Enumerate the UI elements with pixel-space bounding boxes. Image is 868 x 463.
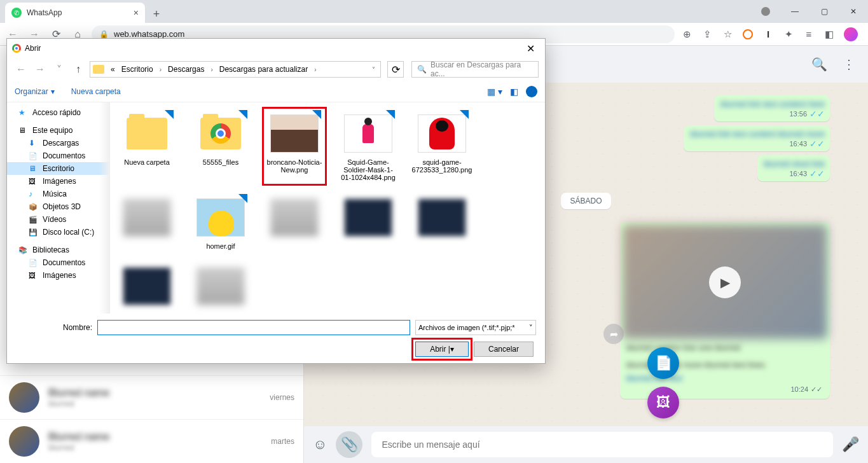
file-item-image[interactable]: broncano-Noticia-New.png: [264, 109, 325, 184]
share-icon[interactable]: ⇪: [701, 29, 713, 40]
file-name: Nueva carpeta: [124, 158, 170, 166]
image-thumbnail: [270, 198, 319, 237]
document-icon: [29, 151, 39, 160]
message-input[interactable]: [371, 432, 833, 457]
play-icon[interactable]: ▶: [709, 266, 741, 298]
tree-lib-images[interactable]: Imágenes: [7, 269, 109, 282]
attach-icon[interactable]: 📎: [336, 431, 362, 458]
file-item-image[interactable]: [190, 261, 251, 314]
cancel-button[interactable]: Cancelar: [474, 342, 534, 357]
tree-this-pc[interactable]: Este equipo: [7, 124, 109, 137]
new-tab-button[interactable]: +: [148, 5, 165, 23]
browser-tab-strip: ✆ WhatsApp × + — ▢ ✕: [0, 0, 868, 23]
file-item-image[interactable]: [338, 193, 399, 252]
tab-close-icon[interactable]: ×: [134, 8, 139, 18]
view-mode-button[interactable]: ▦ ▾: [487, 86, 502, 97]
attach-menu: 📄 🖼: [647, 347, 679, 418]
refresh-button[interactable]: ⟳: [387, 61, 404, 78]
nav-back-button[interactable]: ←: [13, 62, 29, 77]
nav-up-button[interactable]: ↑: [71, 62, 86, 77]
message-time: 16:43: [789, 140, 807, 148]
file-item-image[interactable]: [116, 193, 177, 252]
file-item-folder[interactable]: Nueva carpeta: [116, 109, 177, 184]
forward-icon[interactable]: ➦: [603, 324, 624, 344]
extension-icons: ⊕ ⇪ ☆ I ✦ ≡ ◧: [681, 27, 863, 41]
file-item-folder[interactable]: 55555_files: [190, 109, 251, 184]
tree-music[interactable]: ♪Música: [7, 188, 109, 200]
attach-photo-button[interactable]: 🖼: [647, 387, 679, 418]
breadcrumb-segment[interactable]: Descargas: [165, 65, 207, 74]
filename-input[interactable]: [97, 320, 410, 335]
reading-list-icon[interactable]: ≡: [803, 29, 815, 40]
side-panel-icon[interactable]: ◧: [823, 29, 835, 40]
browser-tab-whatsapp[interactable]: ✆ WhatsApp ×: [5, 3, 145, 23]
dialog-close-button[interactable]: ✕: [521, 43, 540, 55]
folder-icon: [93, 65, 104, 74]
emoji-icon[interactable]: ☺: [313, 436, 327, 453]
help-icon[interactable]: ?: [526, 86, 537, 97]
music-icon: ♪: [29, 190, 39, 198]
file-item-image[interactable]: squid-game-6723533_1280.png: [411, 109, 472, 184]
file-item-image[interactable]: homer.gif: [190, 193, 251, 252]
breadcrumb-segment[interactable]: Descargas para actualizar: [217, 65, 310, 74]
ext-i-icon[interactable]: I: [762, 29, 774, 40]
image-thumbnail: [123, 198, 171, 237]
tree-videos[interactable]: Vídeos: [7, 213, 109, 226]
folder-icon: [127, 118, 167, 149]
window-maximize-button[interactable]: ▢: [809, 0, 839, 23]
tree-libraries[interactable]: Bibliotecas: [7, 244, 109, 256]
message-out[interactable]: blurred link text content blurred more 1…: [684, 125, 830, 151]
zoom-icon[interactable]: ⊕: [681, 29, 692, 40]
pc-icon: [18, 126, 29, 135]
tree-downloads[interactable]: ⬇Descargas: [7, 137, 109, 149]
video-icon: [29, 215, 39, 224]
organize-menu[interactable]: Organizar ▾: [15, 87, 55, 96]
menu-icon[interactable]: ⋮: [843, 57, 855, 72]
tree-quick-access[interactable]: ★Acceso rápido: [7, 106, 109, 119]
bookmark-icon[interactable]: ☆: [722, 29, 733, 40]
lock-icon: 🔒: [99, 30, 109, 39]
file-item-image[interactable]: [411, 193, 472, 252]
preview-pane-button[interactable]: ◧: [510, 86, 518, 97]
tree-desktop[interactable]: 🖥Escritorio: [7, 162, 109, 175]
chat-time: viernes: [270, 393, 294, 402]
desktop-icon: 🖥: [29, 164, 39, 173]
extensions-icon[interactable]: ✦: [783, 29, 794, 40]
nav-recent-button[interactable]: ˅: [52, 62, 67, 77]
mic-icon[interactable]: 🎤: [842, 436, 859, 453]
file-item-image[interactable]: Squid-Game-Soldier-Mask-1-01-1024x484.pn…: [338, 109, 399, 184]
file-item-image[interactable]: [116, 261, 177, 314]
message-out[interactable]: blurred link text content here 13:56✓✓: [714, 95, 830, 121]
new-folder-button[interactable]: Nueva carpeta: [71, 87, 121, 96]
tree-documents[interactable]: Documentos: [7, 149, 109, 162]
tree-images[interactable]: Imágenes: [7, 175, 109, 188]
file-name: Squid-Game-Soldier-Mask-1-01-1024x484.pn…: [340, 158, 396, 181]
message-out[interactable]: blurred short link 16:43✓✓: [757, 155, 830, 181]
filetype-dropdown[interactable]: Archivos de imagen (*.tif;*.pjp;* ˅: [415, 320, 536, 335]
chat-list-item[interactable]: Blurred name blurred viernes: [0, 375, 303, 419]
message-time: 16:43: [789, 170, 807, 177]
tree-lib-documents[interactable]: Documentos: [7, 256, 109, 269]
window-minimize-button[interactable]: —: [780, 0, 809, 23]
window-close-button[interactable]: ✕: [839, 0, 868, 23]
file-grid: Nueva carpeta 55555_files broncano-Notic…: [110, 102, 545, 314]
attach-document-button[interactable]: 📄: [647, 347, 679, 379]
breadcrumb-segment[interactable]: Escritorio: [119, 65, 156, 74]
profile-avatar[interactable]: [844, 27, 858, 41]
chevron-down-icon: ˅: [529, 324, 533, 332]
chat-avatar: [9, 382, 39, 413]
tree-3d-objects[interactable]: Objetos 3D: [7, 200, 109, 213]
tree-local-disk[interactable]: Disco local (C:): [7, 226, 109, 238]
image-thumbnail: [418, 198, 466, 237]
open-button[interactable]: Abrir |▾: [415, 342, 469, 357]
chat-list-item[interactable]: Blurred name blurred martes: [0, 419, 303, 463]
dialog-search-input[interactable]: 🔍 Buscar en Descargas para ac...: [411, 61, 539, 78]
breadcrumb[interactable]: « Escritorio› Descargas› Descargas para …: [90, 61, 381, 78]
ext-orange-icon[interactable]: [742, 29, 754, 40]
file-name: homer.gif: [206, 242, 235, 250]
read-tick-icon: ✓✓: [809, 169, 825, 179]
chevron-down-icon[interactable]: ˅: [369, 66, 378, 73]
search-icon[interactable]: 🔍: [811, 57, 827, 72]
file-item-image[interactable]: [264, 193, 325, 252]
file-name: 55555_files: [203, 158, 238, 166]
